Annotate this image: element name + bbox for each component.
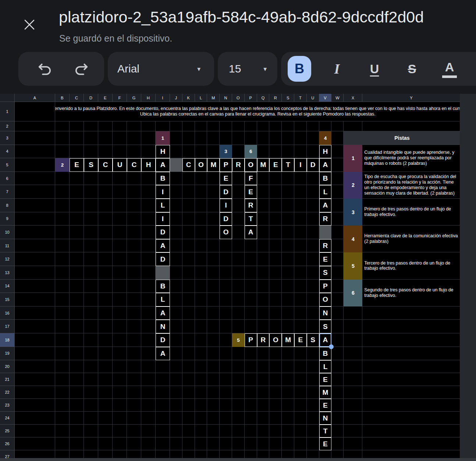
cell-D16[interactable] [84,306,98,320]
cell-C18[interactable] [70,333,84,347]
cell-S19[interactable] [282,347,294,361]
cell-B20[interactable] [55,360,70,373]
cell-R26[interactable] [269,437,282,450]
cell-I24[interactable] [156,412,170,425]
cell-F6[interactable] [113,172,127,185]
cell-H3[interactable] [141,131,156,145]
row-header-7[interactable]: 7 [0,185,15,199]
letter-cell-habilidad-B[interactable]: B [156,172,170,185]
cell-T17[interactable] [294,320,307,333]
cell-R19[interactable] [269,347,282,361]
strikethrough-button[interactable]: S [400,56,424,82]
cell-C23[interactable] [70,399,84,412]
cell-W21[interactable] [331,373,344,386]
cell-E18[interactable] [98,333,113,347]
cell-C22[interactable] [70,386,84,399]
cell-R22[interactable] [269,386,282,399]
cell-H17[interactable] [141,320,156,333]
cell-H11[interactable] [141,239,156,253]
row-header-1[interactable]: 1 [0,102,15,121]
cell-G8[interactable] [127,199,141,212]
corner-header[interactable] [0,94,15,102]
cell-Y27[interactable] [362,450,460,458]
cell-G2[interactable] [127,121,141,131]
cell-D4[interactable] [84,145,98,159]
cell-N11[interactable] [220,239,232,253]
spacer-cell-V10[interactable] [319,226,332,239]
letter-cell-responsablemente-P[interactable]: P [319,280,332,293]
number-cell-4[interactable]: 4 [319,131,332,145]
cell-P14[interactable] [245,280,257,293]
cell-W13[interactable] [331,266,344,280]
cell-S14[interactable] [282,280,294,293]
cell-O23[interactable] [232,399,245,412]
cell-T13[interactable] [294,266,307,280]
cell-J9[interactable] [170,212,182,226]
row-header-10[interactable]: 10 [0,226,15,239]
row-header-27[interactable]: 27 [0,450,15,458]
cell-Q12[interactable] [257,252,270,266]
cell-U8[interactable] [307,199,319,212]
letter-cell-hablar-B[interactable]: B [319,172,332,185]
cell-W20[interactable] [331,360,344,373]
row-header-6[interactable]: 6 [0,172,15,185]
cell-S12[interactable] [282,252,294,266]
cell-G7[interactable] [127,185,141,199]
letter-cell-escucha-U[interactable]: U [113,158,127,172]
cell-U9[interactable] [307,212,319,226]
cell-B15[interactable] [55,293,70,306]
column-header-R[interactable]: R [269,94,282,102]
cell-B7[interactable] [55,185,70,199]
cell-F16[interactable] [113,306,127,320]
cell-G19[interactable] [127,347,141,361]
cell-J3[interactable] [170,131,182,145]
cell-B21[interactable] [55,373,70,386]
cell-M16[interactable] [207,306,220,320]
cell-B17[interactable] [55,320,70,333]
cell-M3[interactable] [207,131,220,145]
cell-P19[interactable] [245,347,257,361]
cell-T24[interactable] [294,412,307,425]
cell-O17[interactable] [232,320,245,333]
cell-U22[interactable] [307,386,319,399]
cell-T26[interactable] [294,437,307,450]
cell-R14[interactable] [269,280,282,293]
cell-N16[interactable] [220,306,232,320]
cell-N22[interactable] [220,386,232,399]
letter-cell-hablar-R[interactable]: R [319,212,332,226]
cell-F23[interactable] [113,399,127,412]
cell-R3[interactable] [269,131,282,145]
cell-U17[interactable] [307,320,319,333]
cell-E7[interactable] [98,185,113,199]
cell-O6[interactable] [232,172,245,185]
cell-A24[interactable] [15,412,55,425]
letter-cell-oferta-F[interactable]: F [245,172,257,185]
cell-E21[interactable] [98,373,113,386]
cell-N20[interactable] [220,360,232,373]
cell-A19[interactable] [15,347,55,361]
cell-D26[interactable] [84,437,98,450]
cell-C25[interactable] [70,425,84,437]
cell-F24[interactable] [113,412,127,425]
cell-W2[interactable] [331,121,344,131]
close-button[interactable] [21,17,38,33]
letter-cell-comprometida-R[interactable]: R [232,158,245,172]
letter-cell-responsablemente-N[interactable]: N [319,306,332,320]
column-header-Y[interactable]: Y [362,94,460,102]
column-header-J[interactable]: J [170,94,182,102]
cell-H25[interactable] [141,425,156,437]
cell-Y19[interactable] [362,347,460,361]
cell-L25[interactable] [195,425,207,437]
cell-Q24[interactable] [257,412,270,425]
row-header-5[interactable]: 5 [0,158,15,172]
cell-J20[interactable] [170,360,182,373]
column-header-L[interactable]: L [195,94,207,102]
letter-cell-pedido-D[interactable]: D [220,185,232,199]
cell-F22[interactable] [113,386,127,399]
cell-O10[interactable] [232,226,245,239]
cell-S24[interactable] [282,412,294,425]
cell-M14[interactable] [207,280,220,293]
cell-B6[interactable] [55,172,70,185]
clue-text-5[interactable]: Tercero de tres pasos dentro de un flujo… [362,252,460,279]
row-header-16[interactable]: 16 [0,306,15,320]
